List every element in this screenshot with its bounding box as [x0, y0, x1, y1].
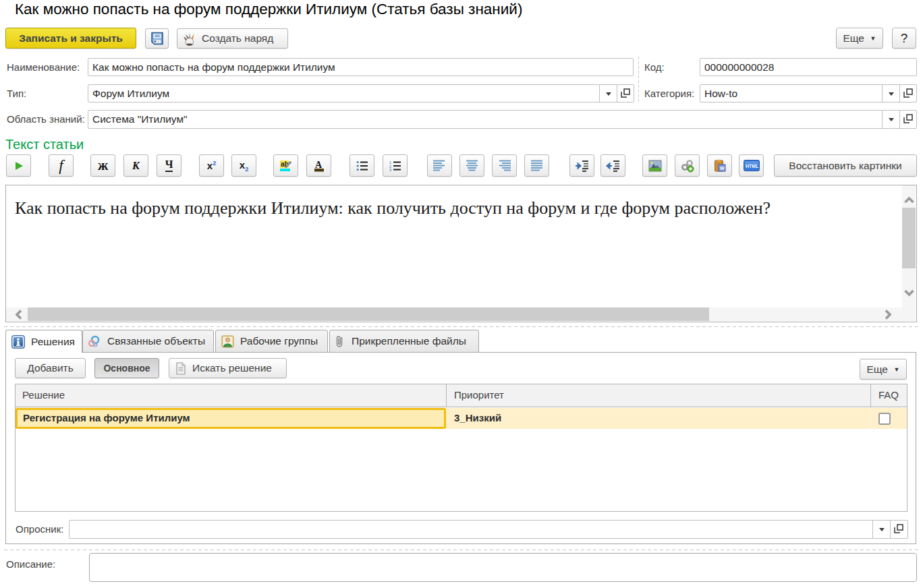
- svg-text:W: W: [720, 166, 725, 171]
- svg-text:HTML: HTML: [746, 164, 759, 169]
- svg-text:A: A: [315, 160, 323, 170]
- svg-text:3: 3: [389, 168, 391, 171]
